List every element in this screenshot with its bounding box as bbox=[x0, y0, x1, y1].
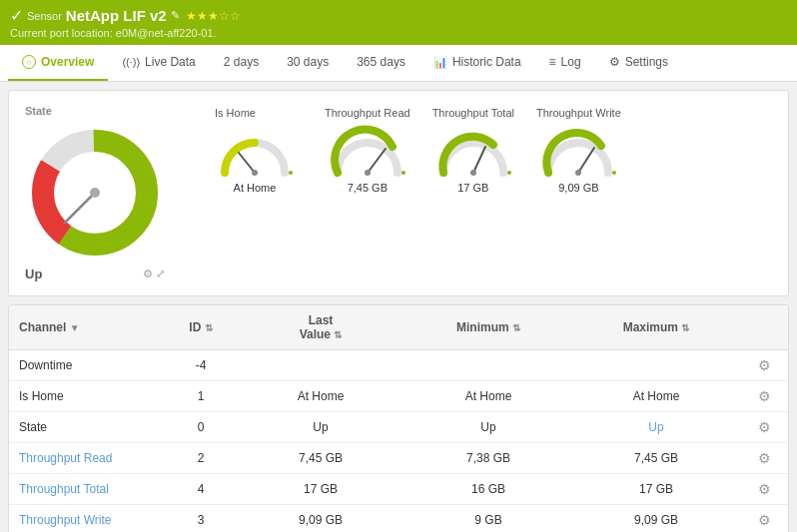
cell-actions[interactable]: ⚙ bbox=[740, 381, 788, 412]
svg-point-8 bbox=[289, 171, 293, 175]
cell-minimum: 9 GB bbox=[404, 505, 572, 533]
cell-minimum: At Home bbox=[404, 381, 572, 412]
sort-icon-minimum[interactable]: ⇅ bbox=[512, 322, 520, 333]
tab-live-data-label: Live Data bbox=[145, 55, 196, 69]
cell-actions[interactable]: ⚙ bbox=[740, 505, 788, 533]
cell-actions[interactable]: ⚙ bbox=[740, 412, 788, 443]
col-header-maximum: Maximum ⇅ bbox=[572, 305, 740, 350]
svg-point-18 bbox=[575, 170, 581, 176]
cell-maximum: 9,09 GB bbox=[572, 505, 740, 533]
cell-maximum: 7,45 GB bbox=[572, 443, 740, 474]
cell-channel: State bbox=[9, 412, 165, 443]
row-settings-icon[interactable]: ⚙ bbox=[758, 419, 771, 435]
tab-365days-label: 365 days bbox=[357, 55, 405, 69]
tab-overview-icon: ○ bbox=[22, 55, 36, 69]
check-icon: ✓ bbox=[10, 6, 23, 25]
svg-point-15 bbox=[503, 171, 507, 175]
cell-lastvalue: Up bbox=[237, 412, 404, 443]
cell-actions[interactable]: ⚙ bbox=[740, 443, 788, 474]
table-row: Throughput Read27,45 GB7,38 GB7,45 GB⚙ bbox=[9, 443, 788, 474]
row-settings-icon[interactable]: ⚙ bbox=[758, 512, 771, 528]
cell-minimum bbox=[404, 350, 572, 381]
cell-maximum: Up bbox=[572, 412, 740, 443]
svg-point-16 bbox=[507, 171, 511, 175]
row-settings-icon[interactable]: ⚙ bbox=[758, 450, 771, 466]
star-rating[interactable]: ★★★☆☆ bbox=[186, 9, 241, 23]
cell-channel: Downtime bbox=[9, 350, 165, 381]
cell-maximum bbox=[572, 350, 740, 381]
svg-line-3 bbox=[65, 193, 95, 223]
table-row: State0UpUpUp⚙ bbox=[9, 412, 788, 443]
svg-line-9 bbox=[368, 149, 386, 173]
tab-historic[interactable]: 📊 Historic Data bbox=[419, 45, 535, 81]
throughput-read-title: Throughput Read bbox=[325, 107, 410, 119]
is-home-value: At Home bbox=[234, 182, 277, 194]
edit-icon[interactable]: ✎ bbox=[171, 9, 180, 22]
cell-channel[interactable]: Throughput Read bbox=[9, 443, 165, 474]
cell-id: 1 bbox=[165, 381, 237, 412]
channel-table: Channel ▼ ID ⇅ LastValue ⇅ Minimum ⇅ bbox=[9, 305, 788, 532]
sort-icon-lastvalue[interactable]: ⇅ bbox=[334, 329, 342, 340]
row-settings-icon[interactable]: ⚙ bbox=[758, 357, 771, 373]
channel-link[interactable]: Throughput Write bbox=[19, 513, 112, 527]
tab-live-data-icon: ((·)) bbox=[122, 56, 140, 68]
col-header-actions bbox=[740, 305, 788, 350]
state-value: Up bbox=[25, 266, 42, 281]
cell-lastvalue: 9,09 GB bbox=[237, 505, 404, 533]
donut-chart bbox=[25, 123, 165, 263]
throughput-write-value: 9,09 GB bbox=[558, 182, 598, 194]
cell-channel[interactable]: Throughput Total bbox=[9, 474, 165, 505]
sort-icon-channel[interactable]: ▼ bbox=[70, 322, 80, 333]
table-row: Downtime-4⚙ bbox=[9, 350, 788, 381]
sort-icon-id[interactable]: ⇅ bbox=[205, 322, 213, 333]
row-settings-icon[interactable]: ⚙ bbox=[758, 481, 771, 497]
cell-maximum: 17 GB bbox=[572, 474, 740, 505]
cell-actions[interactable]: ⚙ bbox=[740, 350, 788, 381]
throughput-read-gauge bbox=[328, 125, 407, 180]
svg-point-7 bbox=[285, 171, 289, 175]
tab-log[interactable]: ≡ Log bbox=[535, 45, 595, 81]
col-header-lastvalue: LastValue ⇅ bbox=[237, 305, 404, 350]
main-content: State Up bbox=[0, 82, 797, 532]
cell-id: -4 bbox=[165, 350, 237, 381]
throughput-total-title: Throughput Total bbox=[432, 107, 514, 119]
svg-line-13 bbox=[473, 147, 485, 173]
svg-line-17 bbox=[578, 148, 594, 173]
header: ✓ Sensor NetApp LIF v2 ✎ ★★★☆☆ Current p… bbox=[0, 0, 797, 45]
tab-historic-icon: 📊 bbox=[433, 56, 447, 69]
tab-30days[interactable]: 30 days bbox=[273, 45, 343, 81]
cell-channel[interactable]: Throughput Write bbox=[9, 505, 165, 533]
sensor-title: NetApp LIF v2 bbox=[66, 7, 167, 24]
svg-point-11 bbox=[398, 171, 401, 175]
table-row: Throughput Total417 GB16 GB17 GB⚙ bbox=[9, 474, 788, 505]
col-header-id: ID ⇅ bbox=[165, 305, 237, 350]
header-subtitle: Current port location: e0M@net-aff220-01… bbox=[10, 27, 241, 39]
table-row: Throughput Write39,09 GB9 GB9,09 GB⚙ bbox=[9, 505, 788, 533]
tab-overview-label: Overview bbox=[41, 55, 94, 69]
row-settings-icon[interactable]: ⚙ bbox=[758, 388, 771, 404]
cell-minimum: 16 GB bbox=[404, 474, 572, 505]
svg-point-12 bbox=[401, 171, 405, 175]
tab-2days-label: 2 days bbox=[224, 55, 259, 69]
tab-historic-label: Historic Data bbox=[452, 55, 521, 69]
tab-365days[interactable]: 365 days bbox=[343, 45, 419, 81]
channel-link[interactable]: Throughput Total bbox=[19, 482, 109, 496]
cell-lastvalue: 7,45 GB bbox=[237, 443, 404, 474]
overview-panel: State Up bbox=[8, 90, 789, 296]
channel-link[interactable]: Throughput Read bbox=[19, 451, 112, 465]
tab-2days[interactable]: 2 days bbox=[210, 45, 273, 81]
svg-point-4 bbox=[90, 188, 100, 198]
tab-live-data[interactable]: ((·)) Live Data bbox=[108, 45, 209, 81]
col-header-minimum: Minimum ⇅ bbox=[404, 305, 572, 350]
donut-expand-icon[interactable]: ⤢ bbox=[156, 267, 165, 280]
tab-settings-icon: ⚙ bbox=[609, 55, 620, 69]
tab-settings[interactable]: ⚙ Settings bbox=[595, 45, 682, 81]
sort-icon-maximum[interactable]: ⇅ bbox=[681, 322, 689, 333]
donut-config-icon[interactable]: ⚙ bbox=[143, 267, 153, 280]
state-label: State bbox=[25, 105, 52, 117]
cell-actions[interactable]: ⚙ bbox=[740, 474, 788, 505]
tab-log-label: Log bbox=[561, 55, 581, 69]
tab-30days-label: 30 days bbox=[287, 55, 329, 69]
tab-overview[interactable]: ○ Overview bbox=[8, 45, 108, 81]
cell-id: 0 bbox=[165, 412, 237, 443]
